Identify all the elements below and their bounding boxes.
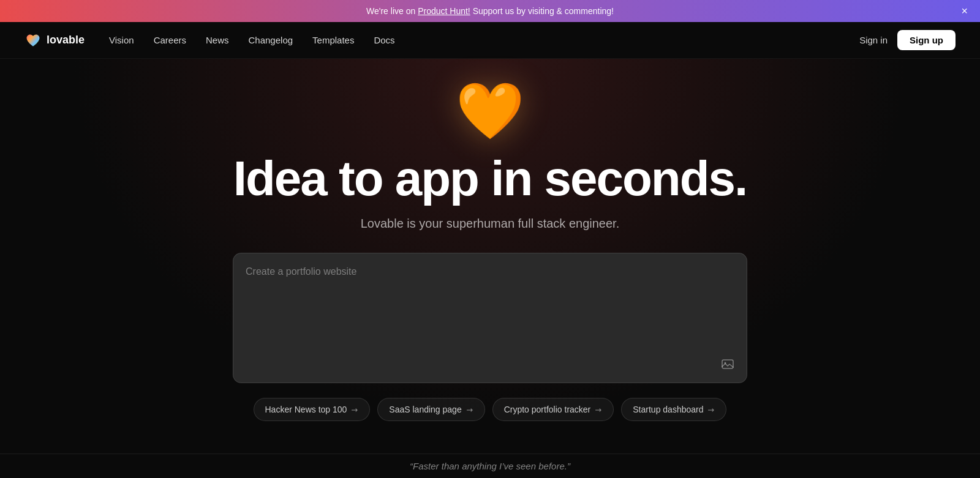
chip-label-2: Crypto portfolio tracker <box>504 405 591 414</box>
hero-headline: Idea to app in seconds. <box>233 153 747 204</box>
hero-subheadline: Lovable is your superhuman full stack en… <box>361 217 619 231</box>
chip-arrow-3: ↗ <box>706 404 717 415</box>
chip-label-1: SaaS landing page <box>389 405 461 414</box>
nav-changelog[interactable]: Changelog <box>249 35 293 45</box>
nav-news[interactable]: News <box>206 35 229 45</box>
suggestion-chip-2[interactable]: Crypto portfolio tracker ↗ <box>492 398 614 421</box>
banner-close-button[interactable]: × <box>961 6 968 17</box>
prompt-actions <box>246 357 734 374</box>
sign-up-button[interactable]: Sign up <box>897 30 956 50</box>
bottom-quote-area: “Faster than anything I’ve seen before.” <box>0 454 980 478</box>
hero-heart-emoji: 🧡 <box>456 83 524 138</box>
sign-in-button[interactable]: Sign in <box>859 35 888 45</box>
nav-docs[interactable]: Docs <box>374 35 394 45</box>
suggestion-chips: Hacker News top 100 ↗ SaaS landing page … <box>254 398 727 421</box>
suggestion-chip-3[interactable]: Startup dashboard ↗ <box>621 398 726 421</box>
prompt-container <box>233 253 747 383</box>
chip-arrow-1: ↗ <box>464 404 475 415</box>
nav-careers[interactable]: Careers <box>154 35 186 45</box>
navigation: lovable Vision Careers News Changelog Te… <box>0 22 980 59</box>
suggestion-chip-0[interactable]: Hacker News top 100 ↗ <box>254 398 371 421</box>
nav-templates[interactable]: Templates <box>312 35 354 45</box>
nav-vision[interactable]: Vision <box>109 35 134 45</box>
main-content: 🧡 Idea to app in seconds. Lovable is you… <box>0 59 980 478</box>
chip-label-0: Hacker News top 100 <box>265 405 347 414</box>
chip-arrow-0: ↗ <box>350 404 361 415</box>
logo-icon <box>24 32 42 49</box>
nav-actions: Sign in Sign up <box>859 30 956 50</box>
chip-arrow-2: ↗ <box>594 404 605 415</box>
image-upload-icon[interactable] <box>721 357 734 374</box>
nav-links: Vision Careers News Changelog Templates … <box>109 35 859 45</box>
svg-rect-0 <box>722 360 733 368</box>
prompt-input[interactable] <box>246 264 734 350</box>
quote-text: “Faster than anything I’ve seen before.” <box>410 461 570 471</box>
announcement-banner: We're live on Product Hunt! Support us b… <box>0 0 980 22</box>
logo-text: lovable <box>47 34 85 47</box>
chip-label-3: Startup dashboard <box>633 405 703 414</box>
logo[interactable]: lovable <box>24 32 85 49</box>
product-hunt-link[interactable]: Product Hunt! <box>418 6 470 16</box>
suggestion-chip-1[interactable]: SaaS landing page ↗ <box>377 398 484 421</box>
banner-text: We're live on Product Hunt! Support us b… <box>366 6 614 16</box>
